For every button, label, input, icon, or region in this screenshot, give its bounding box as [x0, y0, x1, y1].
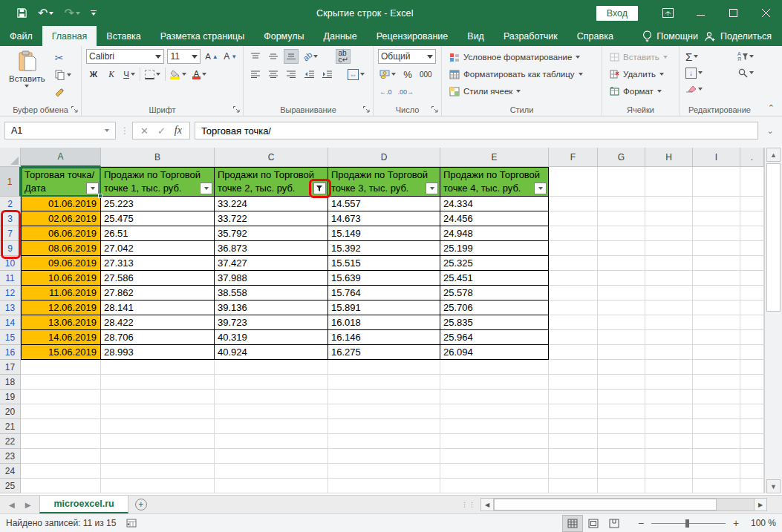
empty-cell[interactable] — [598, 241, 645, 256]
header-cell-A1[interactable]: Торговая точка/Дата — [21, 167, 101, 197]
empty-cell[interactable] — [21, 390, 101, 404]
header-cell-C1[interactable]: Продажи по Торговойточке 2, тыс. руб. — [215, 167, 328, 197]
row-header-2[interactable]: 2 — [0, 197, 21, 211]
share-button[interactable]: Поделиться — [704, 31, 772, 42]
row-header-19[interactable]: 19 — [0, 390, 21, 404]
row-header-16[interactable]: 16 — [0, 345, 21, 360]
row-header-17[interactable]: 17 — [0, 360, 21, 375]
empty-cell[interactable] — [215, 360, 328, 375]
empty-cell[interactable] — [101, 390, 215, 404]
empty-cell[interactable] — [598, 315, 645, 330]
cell-B13[interactable]: 28.141 — [101, 301, 215, 315]
next-sheet-icon[interactable]: ▶ — [25, 501, 31, 509]
align-bottom-button[interactable] — [284, 49, 299, 64]
tell-me-assistant[interactable]: Помощни — [642, 30, 698, 42]
empty-cell[interactable] — [21, 479, 101, 493]
empty-cell[interactable] — [598, 301, 645, 315]
conditional-formatting-button[interactable]: Условное форматирование — [446, 49, 597, 65]
column-header-A[interactable]: A — [21, 148, 101, 167]
empty-cell[interactable] — [549, 345, 598, 360]
fill-button[interactable]: ↓ — [684, 65, 704, 80]
wrap-text-button[interactable]: abc↵ — [336, 49, 351, 64]
empty-cell[interactable] — [645, 390, 693, 404]
cell-B15[interactable]: 28.706 — [101, 330, 215, 345]
increase-decimal-button[interactable]: ←.0 — [378, 85, 394, 99]
row-header-21[interactable]: 21 — [0, 419, 21, 434]
vscroll-up-icon[interactable]: ▲ — [766, 148, 781, 162]
cell-B11[interactable]: 27.586 — [101, 271, 215, 286]
empty-cell[interactable] — [740, 301, 764, 315]
bold-button[interactable]: Ж — [86, 67, 101, 82]
save-icon[interactable] — [16, 7, 27, 19]
cell-E2[interactable]: 24.334 — [440, 197, 549, 211]
cell-A16[interactable]: 15.06.2019 — [21, 345, 101, 360]
empty-cell[interactable] — [328, 419, 440, 434]
cell-C11[interactable]: 37.988 — [215, 271, 328, 286]
page-layout-view-button[interactable] — [583, 515, 604, 532]
font-dialog-launcher[interactable] — [232, 105, 241, 114]
italic-button[interactable]: К — [104, 67, 119, 82]
empty-cell[interactable] — [693, 360, 740, 375]
new-sheet-button[interactable]: + — [128, 496, 154, 513]
column-header-C[interactable]: C — [215, 148, 328, 167]
merge-center-button[interactable]: ⇔ — [346, 67, 366, 82]
percent-style-button[interactable]: % — [400, 67, 415, 82]
font-size-combo[interactable]: 11 — [167, 49, 201, 64]
cell-C3[interactable]: 33.722 — [215, 211, 328, 226]
column-header-E[interactable]: E — [440, 148, 549, 167]
empty-cell[interactable] — [740, 360, 764, 375]
empty-cell[interactable] — [328, 464, 440, 479]
empty-cell[interactable] — [645, 419, 693, 434]
empty-cell[interactable] — [740, 226, 764, 241]
empty-cell[interactable] — [549, 197, 598, 211]
cell-C2[interactable]: 33.224 — [215, 197, 328, 211]
empty-cell[interactable] — [740, 197, 764, 211]
ribbon-tab-4[interactable]: Формулы — [254, 26, 313, 46]
empty-cell[interactable] — [740, 286, 764, 301]
empty-cell[interactable] — [101, 419, 215, 434]
empty-cell[interactable] — [693, 197, 740, 211]
empty-cell[interactable] — [549, 449, 598, 464]
page-break-view-button[interactable] — [604, 515, 625, 532]
empty-cell[interactable] — [645, 167, 693, 197]
cell-C9[interactable]: 36.873 — [215, 241, 328, 256]
increase-font-size-button[interactable]: A▲ — [203, 49, 219, 64]
hscroll-left-icon[interactable]: ◀ — [480, 498, 494, 511]
ribbon-tab-3[interactable]: Разметка страницы — [151, 26, 254, 46]
empty-cell[interactable] — [21, 449, 101, 464]
empty-cell[interactable] — [101, 434, 215, 449]
empty-cell[interactable] — [598, 419, 645, 434]
empty-cell[interactable] — [549, 167, 598, 197]
hscroll-thumb[interactable] — [494, 499, 717, 510]
empty-cell[interactable] — [440, 464, 549, 479]
empty-cell[interactable] — [645, 226, 693, 241]
empty-cell[interactable] — [645, 464, 693, 479]
empty-cell[interactable] — [693, 211, 740, 226]
empty-cell[interactable] — [645, 197, 693, 211]
paste-button[interactable]: Вставить — [4, 49, 50, 104]
align-center-button[interactable] — [266, 67, 281, 82]
empty-cell[interactable] — [693, 167, 740, 197]
filter-button-C[interactable] — [313, 183, 326, 194]
empty-cell[interactable] — [328, 375, 440, 390]
scrollbar-resize-handle[interactable]: ⋮⋮ — [461, 496, 476, 513]
empty-cell[interactable] — [740, 434, 764, 449]
underline-button[interactable]: Ч — [122, 67, 137, 82]
formula-input[interactable]: Торговая точка/ — [195, 122, 758, 139]
accounting-format-button[interactable] — [378, 67, 397, 82]
empty-cell[interactable] — [549, 226, 598, 241]
empty-cell[interactable] — [21, 360, 101, 375]
filter-button-A[interactable] — [86, 183, 99, 194]
ribbon-tab-5[interactable]: Данные — [314, 26, 367, 46]
format-as-table-button[interactable]: Форматировать как таблицу — [446, 66, 597, 82]
cell-C16[interactable]: 40.924 — [215, 345, 328, 360]
row-header-20[interactable]: 20 — [0, 404, 21, 419]
cell-D15[interactable]: 16.146 — [328, 330, 440, 345]
empty-cell[interactable] — [693, 271, 740, 286]
empty-cell[interactable] — [598, 271, 645, 286]
align-middle-button[interactable] — [266, 49, 281, 64]
align-top-button[interactable] — [248, 49, 263, 64]
empty-cell[interactable] — [645, 301, 693, 315]
empty-cell[interactable] — [740, 271, 764, 286]
empty-cell[interactable] — [549, 286, 598, 301]
